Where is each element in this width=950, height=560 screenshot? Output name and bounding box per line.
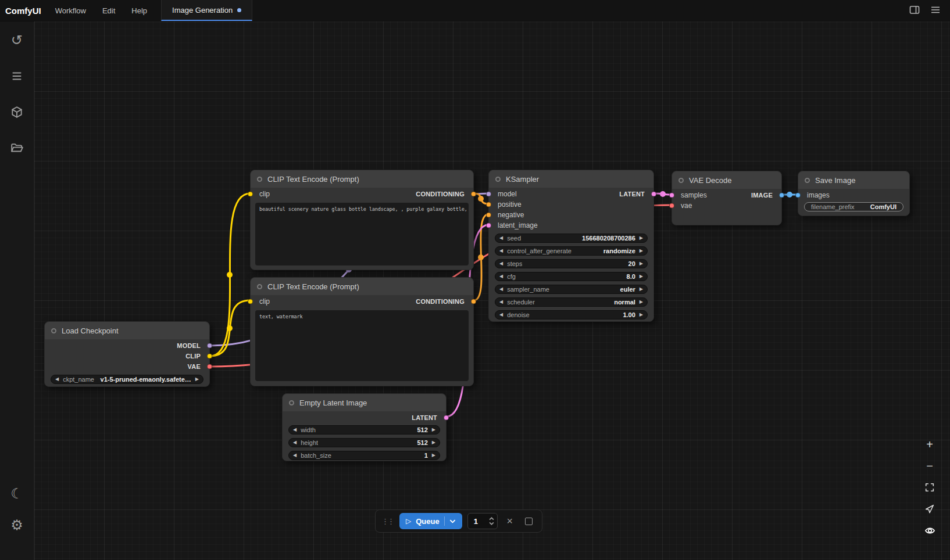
increment-arrow-icon[interactable]: ▶	[640, 313, 643, 317]
input-port-positive[interactable]	[486, 202, 491, 207]
collapse-toggle[interactable]	[257, 284, 262, 289]
node-ksampler[interactable]: KSampler model LATENT positive negative	[488, 170, 654, 322]
theme-toggle-moon-icon[interactable]: ☾	[9, 486, 25, 502]
increment-arrow-icon[interactable]: ▶	[640, 249, 643, 253]
decrement-arrow-icon[interactable]: ◀	[499, 249, 503, 253]
node-library-icon[interactable]	[9, 68, 25, 84]
stop-icon[interactable]	[522, 514, 536, 528]
node-canvas[interactable]: Load Checkpoint MODEL CLIP VAE ◀ckpt_nam…	[34, 21, 950, 560]
widget-scheduler[interactable]: ◀schedulernormal▶	[495, 297, 648, 307]
node-header[interactable]: VAE Decode	[672, 171, 781, 189]
collapse-toggle[interactable]	[678, 178, 684, 183]
node-header[interactable]: CLIP Text Encode (Prompt)	[251, 170, 473, 188]
increment-arrow-icon[interactable]: ▶	[640, 300, 643, 304]
model-library-icon[interactable]	[9, 104, 25, 120]
prompt-textarea[interactable]: text, watermark	[255, 310, 469, 381]
stepper-up-icon[interactable]	[489, 517, 494, 520]
node-load-checkpoint[interactable]: Load Checkpoint MODEL CLIP VAE ◀ckpt_nam…	[44, 321, 210, 387]
cancel-icon[interactable]: ×	[503, 514, 517, 528]
decrement-arrow-icon[interactable]: ◀	[499, 261, 503, 266]
node-header[interactable]: Load Checkpoint	[45, 322, 209, 339]
node-header[interactable]: KSampler	[489, 170, 653, 188]
app-logo[interactable]: ComfyUI	[0, 0, 47, 21]
widget-ckpt_name[interactable]: ◀ckpt_namev1-5-pruned-emaonly.safete…▶	[51, 375, 203, 384]
widget-sampler_name[interactable]: ◀sampler_nameeuler▶	[495, 285, 648, 294]
increment-arrow-icon[interactable]: ▶	[640, 274, 643, 279]
decrement-arrow-icon[interactable]: ◀	[499, 236, 503, 240]
increment-arrow-icon[interactable]: ▶	[640, 287, 643, 292]
input-port-clip[interactable]	[248, 299, 253, 304]
zoom-out-button[interactable]: −	[921, 457, 938, 475]
collapse-toggle[interactable]	[257, 177, 262, 182]
decrement-arrow-icon[interactable]: ◀	[499, 274, 503, 279]
node-save-image[interactable]: Save Image images filename_prefixComfyUI	[798, 171, 910, 216]
hamburger-menu-button[interactable]	[927, 2, 944, 19]
increment-arrow-icon[interactable]: ▶	[195, 377, 199, 382]
widget-control_after_generate[interactable]: ◀control_after_generaterandomize▶	[495, 246, 648, 256]
output-port-latent[interactable]	[444, 415, 449, 421]
decrement-arrow-icon[interactable]: ◀	[293, 428, 297, 432]
input-port-vae[interactable]	[669, 203, 674, 209]
decrement-arrow-icon[interactable]: ◀	[55, 377, 59, 382]
node-clip-text-encode-positive[interactable]: CLIP Text Encode (Prompt) clip CONDITION…	[250, 170, 474, 270]
output-port-conditioning[interactable]	[471, 299, 476, 304]
drag-handle-icon[interactable]: ⋮⋮	[381, 517, 394, 526]
decrement-arrow-icon[interactable]: ◀	[499, 287, 503, 292]
input-port-samples[interactable]	[669, 193, 674, 198]
menu-workflow[interactable]: Workflow	[47, 0, 94, 21]
increment-arrow-icon[interactable]: ▶	[640, 261, 643, 266]
widget-denoise[interactable]: ◀denoise1.00▶	[495, 310, 648, 320]
menu-help[interactable]: Help	[123, 0, 155, 21]
decrement-arrow-icon[interactable]: ◀	[293, 453, 297, 458]
node-header[interactable]: Save Image	[798, 171, 909, 189]
output-port-conditioning[interactable]	[471, 192, 476, 197]
widget-steps[interactable]: ◀steps20▶	[495, 259, 648, 268]
prompt-textarea[interactable]: beautiful scenery nature glass bottle la…	[255, 203, 469, 265]
menu-edit[interactable]: Edit	[94, 0, 123, 21]
decrement-arrow-icon[interactable]: ◀	[499, 313, 503, 317]
widget-seed[interactable]: ◀seed156680208700286▶	[495, 234, 648, 243]
widget-filename_prefix[interactable]: filename_prefixComfyUI	[804, 202, 903, 211]
stepper-down-icon[interactable]	[489, 522, 494, 525]
output-port-latent[interactable]	[651, 192, 656, 197]
collapse-toggle[interactable]	[51, 328, 56, 333]
input-port-clip[interactable]	[248, 192, 253, 197]
workflows-folder-icon[interactable]	[9, 140, 25, 156]
chevron-down-icon[interactable]	[449, 518, 456, 525]
settings-gear-icon[interactable]: ⚙	[9, 517, 25, 533]
node-header[interactable]: CLIP Text Encode (Prompt)	[251, 278, 473, 295]
toggle-visibility-eye-button[interactable]	[921, 522, 938, 539]
widget-width[interactable]: ◀width512▶	[288, 425, 440, 435]
batch-count-input[interactable]: 1	[467, 513, 498, 529]
input-port-latent-image[interactable]	[486, 223, 491, 228]
zoom-in-button[interactable]: +	[921, 436, 938, 453]
output-port-vae[interactable]	[207, 364, 212, 369]
node-empty-latent-image[interactable]: Empty Latent Image LATENT ◀width512▶◀hei…	[282, 393, 447, 461]
increment-arrow-icon[interactable]: ▶	[432, 440, 435, 445]
decrement-arrow-icon[interactable]: ◀	[499, 300, 503, 304]
select-cursor-button[interactable]	[921, 500, 938, 518]
panel-toggle-button[interactable]	[906, 2, 923, 19]
node-header[interactable]: Empty Latent Image	[283, 394, 446, 411]
node-vae-decode[interactable]: VAE Decode samples IMAGE vae	[672, 171, 782, 225]
output-port-clip[interactable]	[207, 354, 212, 359]
widget-cfg[interactable]: ◀cfg8.0▶	[495, 272, 648, 281]
input-port-images[interactable]	[795, 193, 801, 198]
increment-arrow-icon[interactable]: ▶	[432, 453, 435, 458]
queue-button[interactable]: ▷ Queue	[399, 513, 462, 529]
node-clip-text-encode-negative[interactable]: CLIP Text Encode (Prompt) clip CONDITION…	[250, 277, 474, 386]
decrement-arrow-icon[interactable]: ◀	[293, 440, 297, 445]
input-port-negative[interactable]	[486, 213, 491, 218]
collapse-toggle[interactable]	[805, 178, 810, 183]
history-icon[interactable]: ↺	[9, 32, 25, 48]
output-port-model[interactable]	[207, 343, 212, 349]
output-port-image[interactable]	[779, 193, 784, 198]
increment-arrow-icon[interactable]: ▶	[432, 428, 435, 432]
collapse-toggle[interactable]	[289, 400, 294, 405]
input-port-model[interactable]	[486, 192, 491, 197]
widget-height[interactable]: ◀height512▶	[288, 438, 440, 447]
tab-image-generation[interactable]: Image Generation	[161, 0, 252, 21]
fit-view-button[interactable]	[921, 479, 938, 496]
widget-batch_size[interactable]: ◀batch_size1▶	[288, 451, 440, 460]
collapse-toggle[interactable]	[495, 177, 501, 182]
